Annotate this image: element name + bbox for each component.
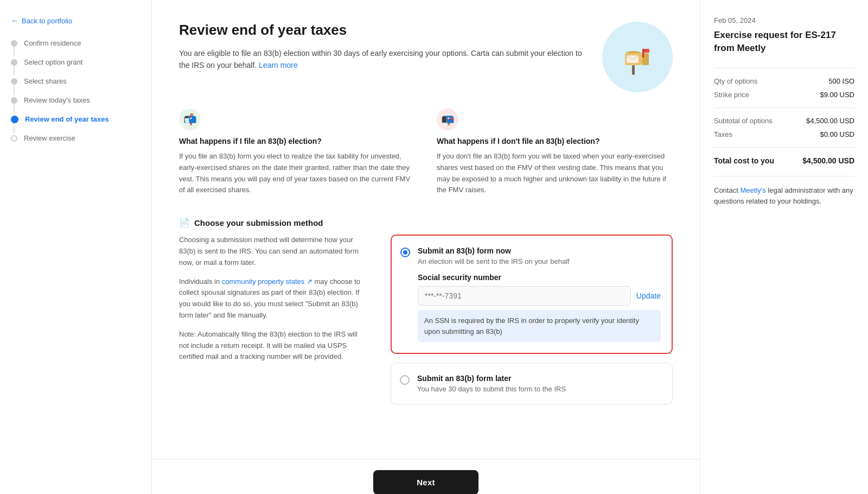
- submit-later-subtitle: You have 30 days to submit this form to …: [417, 385, 661, 393]
- rp-strike-value: $9.00 USD: [820, 91, 854, 99]
- step-dot-review-end-of-year-taxes: [11, 116, 18, 123]
- svg-rect-3: [642, 49, 644, 58]
- main-content: Review end of year taxes You are eligibl…: [152, 0, 700, 494]
- community-link-label: community property states: [222, 277, 304, 286]
- card-no-file-text: If you don't file an 83(b) form you will…: [437, 151, 673, 196]
- rp-subtotal-row: Subtotal of options $4,500.00 USD: [714, 117, 854, 125]
- step-label-review-end-of-year-taxes: Review end of year taxes: [25, 115, 109, 123]
- submit-later-title: Submit an 83(b) form later: [417, 374, 661, 383]
- subtitle-text: You are eligible to file an 83(b) electi…: [179, 49, 582, 69]
- title-text-block: Review end of year taxes You are eligibl…: [179, 22, 586, 75]
- rp-strike-label: Strike price: [714, 91, 749, 99]
- submission-header: 📄 Choose your submission method: [179, 218, 673, 228]
- page-title: Review end of year taxes: [179, 22, 586, 39]
- next-button[interactable]: Next: [373, 470, 478, 494]
- sidebar-step-review-exercise: Review exercise: [11, 129, 141, 148]
- submit-now-subtitle: An election will be sent to the IRS on y…: [418, 257, 661, 265]
- back-to-portfolio-link[interactable]: ← Back to portfolio: [0, 11, 151, 34]
- rp-subtotal-value: $4,500.00 USD: [806, 117, 854, 125]
- card-no-file-title: What happens if I don't file an 83(b) el…: [437, 137, 673, 145]
- step-label-review-todays-taxes: Review today's taxes: [24, 96, 90, 104]
- submit-later-content: Submit an 83(b) form later You have 30 d…: [417, 374, 661, 393]
- rp-taxes-row: Taxes $0.00 USD: [714, 130, 854, 138]
- bottom-bar: Next: [152, 459, 700, 494]
- sidebar-step-review-end-of-year-taxes[interactable]: Review end of year taxes: [11, 110, 141, 129]
- card-file-text: If you file an 83(b) form you elect to r…: [179, 151, 415, 196]
- svg-rect-5: [632, 65, 635, 75]
- community-property-link[interactable]: community property states ↗: [222, 277, 312, 286]
- rp-total-value: $4,500.00 USD: [802, 156, 854, 165]
- rp-total-label: Total cost to you: [714, 156, 774, 165]
- document-icon: 📄: [179, 218, 190, 228]
- rp-qty-row: Qty of options 500 ISO: [714, 77, 854, 85]
- rp-strike-row: Strike price $9.00 USD: [714, 91, 854, 99]
- submit-now-card[interactable]: Submit an 83(b) form now An election wil…: [391, 235, 673, 354]
- ssn-update-link[interactable]: Update: [636, 292, 661, 300]
- rp-taxes-value: $0.00 USD: [820, 130, 854, 138]
- page-subtitle: You are eligible to file an 83(b) electi…: [179, 47, 586, 72]
- hero-illustration: [602, 22, 673, 92]
- card-no-file-election: 📭 What happens if I don't file an 83(b) …: [437, 109, 673, 196]
- rp-contact-link[interactable]: Meetly's: [740, 186, 765, 194]
- rp-taxes-label: Taxes: [714, 130, 732, 138]
- rp-divider-2: [714, 107, 854, 108]
- card-file-icon: 📬: [179, 109, 201, 130]
- card-no-file-icon: 📭: [437, 109, 458, 130]
- back-link-label: Back to portfolio: [22, 17, 72, 25]
- rp-title: Exercise request for ES-217 from Meetly: [714, 29, 854, 55]
- community-prefix: Individuals in: [179, 277, 222, 286]
- rp-divider-4: [714, 176, 854, 176]
- rp-date: Feb 05, 2024: [714, 16, 854, 24]
- ssn-label: Social security number: [418, 273, 661, 282]
- submission-desc: Choosing a submission method will determ…: [179, 235, 369, 268]
- submit-now-title: Submit an 83(b) form now: [418, 246, 661, 255]
- submit-now-radio[interactable]: [400, 248, 410, 257]
- step-label-confirm-residence: Confirm residence: [24, 39, 81, 47]
- right-panel: Feb 05, 2024 Exercise request for ES-217…: [700, 0, 868, 494]
- submission-layout: Choosing a submission method will determ…: [179, 235, 673, 404]
- submission-section: 📄 Choose your submission method Choosing…: [179, 218, 673, 404]
- sidebar-step-select-shares[interactable]: Select shares: [11, 72, 141, 91]
- main-content-area: Review end of year taxes You are eligibl…: [152, 0, 700, 415]
- rp-contact-prefix: Contact: [714, 186, 740, 194]
- back-arrow-icon: ←: [11, 16, 18, 25]
- rp-subtotal-label: Subtotal of options: [714, 117, 773, 125]
- step-dot-select-option-grant: [11, 59, 17, 66]
- sidebar-step-confirm-residence[interactable]: Confirm residence: [11, 34, 141, 53]
- card-file-title: What happens if I file an 83(b) election…: [179, 137, 415, 145]
- mailbox-icon: [613, 33, 662, 81]
- learn-more-link[interactable]: Learn more: [259, 61, 298, 69]
- rp-divider-3: [714, 147, 854, 148]
- step-dot-review-todays-taxes: [11, 97, 17, 104]
- card-file-election: 📬 What happens if I file an 83(b) electi…: [179, 109, 415, 196]
- ssn-input[interactable]: [418, 286, 631, 306]
- submit-later-card[interactable]: Submit an 83(b) form later You have 30 d…: [391, 363, 673, 404]
- sidebar: ← Back to portfolio Confirm residenceSel…: [0, 0, 152, 494]
- sidebar-step-review-todays-taxes[interactable]: Review today's taxes: [11, 91, 141, 110]
- submission-title: Choose your submission method: [194, 218, 323, 227]
- rp-total-row: Total cost to you $4,500.00 USD: [714, 156, 854, 165]
- step-label-select-shares: Select shares: [24, 77, 67, 85]
- info-cards: 📬 What happens if I file an 83(b) electi…: [179, 109, 673, 196]
- ssn-section: Social security number Update An SSN is …: [418, 273, 661, 342]
- ssn-input-row: Update: [418, 286, 661, 306]
- sidebar-step-select-option-grant[interactable]: Select option grant: [11, 53, 141, 72]
- rp-contact: Contact Meetly's legal administrator wit…: [714, 185, 854, 208]
- note-text: Note: Automatically filing the 83(b) ele…: [179, 329, 369, 363]
- step-label-review-exercise: Review exercise: [24, 134, 75, 142]
- step-dot-review-exercise: [11, 135, 17, 142]
- rp-qty-label: Qty of options: [714, 77, 757, 85]
- title-row: Review end of year taxes You are eligibl…: [179, 22, 673, 92]
- ssn-note: An SSN is required by the IRS in order t…: [418, 310, 661, 342]
- rp-qty-value: 500 ISO: [828, 77, 854, 85]
- submission-left: Choosing a submission method will determ…: [179, 235, 369, 404]
- submit-later-radio[interactable]: [400, 375, 410, 385]
- radio-options: Submit an 83(b) form now An election wil…: [391, 235, 673, 404]
- step-dot-confirm-residence: [11, 40, 17, 47]
- external-link-icon: ↗: [307, 277, 312, 286]
- submit-now-content: Submit an 83(b) form now An election wil…: [418, 246, 661, 342]
- steps-list: Confirm residenceSelect option grantSele…: [0, 34, 151, 148]
- rp-divider-1: [714, 68, 854, 68]
- community-note: Individuals in community property states…: [179, 276, 369, 321]
- step-dot-select-shares: [11, 78, 17, 85]
